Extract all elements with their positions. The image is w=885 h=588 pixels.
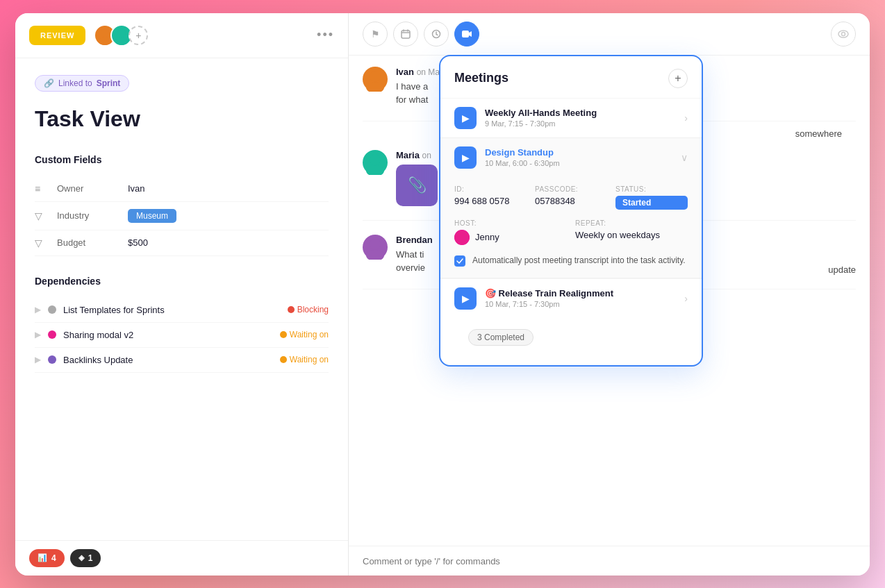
meeting-time-design: 10 Mar, 6:00 - 6:30pm (485, 159, 672, 167)
maria-avatar (363, 150, 388, 175)
brendan-avatar (363, 235, 388, 260)
tool-badge-red[interactable]: 📊 4 (29, 549, 65, 567)
clock-button[interactable] (424, 22, 449, 47)
meta-repeat-label: REPEAT: (575, 219, 688, 227)
meeting-name-weekly: Weekly All-Hands Meeting (485, 108, 676, 118)
meeting-item-weekly[interactable]: ▶ Weekly All-Hands Meeting 9 Mar, 7:15 -… (440, 98, 702, 137)
meeting-info-weekly: Weekly All-Hands Meeting 9 Mar, 7:15 - 7… (485, 108, 676, 128)
waiting-dot-3 (280, 356, 287, 363)
dep-dot-1 (48, 305, 56, 314)
chevron-right-weekly: › (684, 112, 688, 124)
svg-point-11 (370, 154, 381, 165)
svg-point-2 (117, 28, 126, 37)
dark-badge-label: 1 (88, 553, 93, 563)
red-badge-label: 4 (51, 553, 56, 563)
maria-time: on (422, 151, 431, 160)
more-options-button[interactable]: ••• (317, 28, 334, 42)
comment-input[interactable] (363, 556, 856, 566)
meeting-video-icon-1: ▶ (454, 107, 477, 129)
waiting-label-2: Waiting on (290, 330, 329, 339)
svg-point-3 (115, 37, 129, 45)
budget-label: Budget (57, 237, 119, 248)
meta-id: ID: 994 688 0578 (454, 185, 527, 210)
completed-badge[interactable]: 3 Completed (468, 329, 534, 346)
transcript-text: Automatically post meeting transcript in… (472, 255, 686, 267)
bottom-bar: 📊 4 ◈ 1 (15, 540, 348, 576)
host-name: Jenny (475, 232, 499, 242)
chevron-right-release: › (684, 293, 688, 304)
ivan-avatar (363, 67, 388, 92)
svg-point-15 (366, 250, 384, 260)
meeting-meta-grid: ID: 994 688 0578 PASSCODE: 05788348 STAT… (454, 185, 688, 210)
budget-icon: ▽ (35, 237, 49, 249)
red-badge-icon: 📊 (38, 553, 47, 562)
budget-field-row: ▽ Budget $500 (35, 230, 329, 256)
dependencies-section: Dependencies ▶ List Templates for Sprint… (35, 276, 329, 373)
dep-status-3: Waiting on (280, 355, 329, 364)
dep-dot-3 (48, 355, 56, 364)
svg-point-10 (366, 82, 384, 92)
meta-passcode-label: PASSCODE: (535, 185, 607, 193)
dep-arrow-2: ▶ (35, 330, 41, 339)
transcript-checkbox[interactable] (454, 255, 465, 267)
attachment-block[interactable]: 📎 (396, 165, 438, 206)
meeting-time-weekly: 9 Mar, 7:15 - 7:30pm (485, 119, 676, 128)
sprint-badge-prefix: Linked to (58, 78, 92, 88)
dep-name-3: Backlinks Update (63, 355, 273, 365)
svg-rect-4 (402, 31, 410, 38)
meta-passcode-value: 05788348 (535, 196, 607, 206)
dark-badge-icon: ◈ (78, 553, 84, 562)
svg-point-9 (370, 71, 381, 82)
sprint-badge-sprint: Sprint (97, 78, 121, 88)
dep-arrow-1: ▶ (35, 305, 41, 314)
flag-button[interactable]: ⚑ (363, 22, 388, 47)
eye-button[interactable] (831, 22, 856, 47)
design-standup-header[interactable]: ▶ Design Standup 10 Mar, 6:00 - 6:30pm ∨ (440, 138, 702, 177)
industry-label: Industry (57, 210, 119, 221)
meeting-time-release: 10 Mar, 7:15 - 7:30pm (485, 300, 676, 308)
budget-value: $500 (128, 237, 148, 248)
dep-status-1: Blocking (288, 305, 329, 314)
task-title: Task View (35, 106, 329, 132)
add-meeting-button[interactable]: + (668, 69, 688, 88)
dep-item-1[interactable]: ▶ List Templates for Sprints Blocking (35, 298, 329, 323)
meeting-item-release[interactable]: ▶ 🎯 Release Train Realignment 10 Mar, 7:… (440, 278, 702, 318)
svg-point-14 (370, 239, 381, 250)
meeting-info-release: 🎯 Release Train Realignment 10 Mar, 7:15… (485, 288, 676, 308)
meetings-title: Meetings (454, 71, 508, 85)
waiting-label-3: Waiting on (290, 355, 329, 364)
add-avatar-button[interactable]: + (129, 26, 148, 45)
meeting-details-design: ID: 994 688 0578 PASSCODE: 05788348 STAT… (440, 177, 702, 278)
sprint-badge[interactable]: 🔗 Linked to Sprint (35, 75, 129, 92)
calendar-button[interactable] (393, 22, 418, 47)
top-bar: REVIEW + ••• (15, 13, 348, 58)
meeting-name-release: 🎯 Release Train Realignment (485, 288, 676, 299)
meeting-video-icon-2: ▶ (454, 146, 477, 169)
dep-status-2: Waiting on (280, 330, 329, 339)
svg-rect-6 (462, 31, 469, 37)
maria-name: Maria (396, 150, 420, 160)
meeting-meta-grid-2: HOST: Jenny REPEAT: Weekly on weekdays (454, 219, 688, 245)
left-panel: REVIEW + ••• 🔗 Linked to Sprint Task Vie… (15, 13, 349, 576)
meta-id-value: 994 688 0578 (454, 196, 527, 206)
meta-host-label: HOST: (454, 219, 567, 227)
dependencies-heading: Dependencies (35, 276, 329, 287)
dep-item-3[interactable]: ▶ Backlinks Update Waiting on (35, 348, 329, 373)
video-button[interactable] (454, 22, 479, 47)
meta-host: HOST: Jenny (454, 219, 567, 245)
tool-badge-dark[interactable]: ◈ 1 (70, 549, 101, 567)
dep-dot-2 (48, 330, 56, 339)
status-started-badge: Started (615, 196, 688, 210)
review-button[interactable]: REVIEW (29, 26, 85, 45)
meta-passcode: PASSCODE: 05788348 (535, 185, 607, 210)
dep-name-1: List Templates for Sprints (63, 305, 281, 315)
svg-point-1 (99, 37, 112, 45)
meta-repeat-value: Weekly on weekdays (575, 230, 688, 240)
host-avatar-jenny (454, 230, 470, 245)
custom-fields-section: Custom Fields ≡ Owner Ivan ▽ Industry Mu… (35, 154, 329, 256)
svg-point-7 (838, 31, 848, 37)
clip-icon: 📎 (408, 176, 427, 194)
industry-value[interactable]: Museum (128, 209, 176, 223)
dep-item-2[interactable]: ▶ Sharing modal v2 Waiting on (35, 323, 329, 348)
blocking-dot (288, 306, 295, 313)
